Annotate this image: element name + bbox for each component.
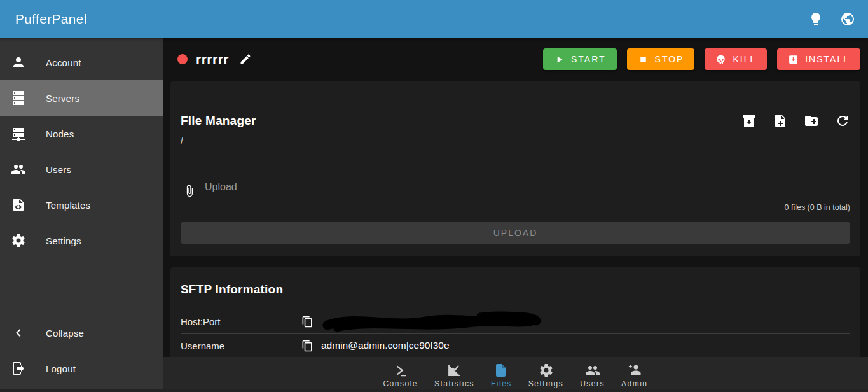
- admin-icon: [627, 363, 642, 378]
- app-title: PufferPanel: [15, 11, 87, 27]
- tab-label: Statistics: [434, 379, 474, 388]
- start-button[interactable]: START: [543, 48, 617, 70]
- sidebar-item-label: Logout: [46, 363, 76, 374]
- sidebar-item-label: Users: [46, 164, 71, 175]
- tab-statistics[interactable]: Statistics: [426, 361, 483, 388]
- redaction-scribble: [321, 311, 541, 332]
- sidebar-item-label: Templates: [46, 200, 90, 211]
- sftp-row-host: Host:Port: [181, 310, 850, 333]
- stop-icon: [638, 54, 649, 65]
- sidebar-item-nodes[interactable]: Nodes: [0, 116, 163, 151]
- new-file-icon[interactable]: [773, 113, 788, 129]
- install-button-label: INSTALL: [805, 54, 850, 64]
- tab-label: Settings: [528, 379, 563, 388]
- sidebar-item-label: Collapse: [46, 328, 84, 339]
- tab-users[interactable]: Users: [572, 361, 613, 388]
- file-manager-title: File Manager: [181, 114, 256, 128]
- install-button[interactable]: INSTALL: [777, 48, 860, 70]
- tab-settings[interactable]: Settings: [520, 361, 572, 388]
- app-header: PufferPanel: [0, 0, 868, 38]
- files-summary: 0 files (0 B in total): [181, 203, 850, 212]
- tab-label: Users: [580, 379, 605, 388]
- copy-icon[interactable]: [301, 340, 313, 352]
- template-icon: [11, 197, 26, 213]
- sftp-row-username: Username admin@admin.com|ce90f30e: [181, 333, 850, 357]
- files-icon: [493, 363, 509, 378]
- server-name: rrrrrr: [196, 52, 229, 67]
- stop-button-label: STOP: [655, 54, 684, 64]
- main-content: rrrrrr START STOP KILL INSTALL File Mana…: [163, 38, 868, 392]
- globe-icon[interactable]: [840, 11, 855, 27]
- sidebar-collapse-button[interactable]: Collapse: [0, 315, 163, 351]
- tab-label: Console: [383, 379, 418, 388]
- sftp-username-value: admin@admin.com|ce90f30e: [321, 340, 450, 351]
- refresh-icon[interactable]: [835, 113, 850, 129]
- sidebar-logout-button[interactable]: Logout: [0, 351, 163, 386]
- sidebar: Account Servers Nodes Users Templates Se…: [0, 38, 163, 392]
- edit-server-name-icon[interactable]: [239, 53, 252, 66]
- sidebar-item-users[interactable]: Users: [0, 151, 163, 187]
- tab-files[interactable]: Files: [483, 361, 520, 388]
- sidebar-item-label: Servers: [46, 93, 79, 104]
- server-tabbar: Console Statistics Files Settings Users …: [163, 357, 868, 392]
- server-header: rrrrrr START STOP KILL INSTALL: [163, 38, 868, 71]
- play-icon: [554, 54, 565, 65]
- users-icon: [11, 162, 26, 177]
- users-icon: [585, 363, 600, 378]
- sidebar-item-templates[interactable]: Templates: [0, 187, 163, 223]
- upload-input[interactable]: [204, 179, 850, 199]
- servers-icon: [11, 90, 26, 106]
- sftp-username-label: Username: [181, 340, 301, 351]
- new-folder-icon[interactable]: [804, 113, 819, 129]
- sftp-title: SFTP Information: [181, 283, 850, 297]
- start-button-label: START: [571, 54, 606, 64]
- paperclip-icon: [183, 184, 196, 198]
- install-icon: [788, 54, 799, 65]
- settings-icon: [11, 233, 26, 248]
- upload-button[interactable]: UPLOAD: [181, 222, 850, 244]
- sidebar-item-label: Nodes: [46, 129, 74, 139]
- logout-icon: [11, 361, 26, 376]
- account-icon: [11, 55, 26, 70]
- settings-icon: [539, 363, 554, 378]
- stop-button[interactable]: STOP: [627, 48, 695, 70]
- skull-icon: [715, 54, 726, 65]
- sidebar-item-account[interactable]: Account: [0, 45, 163, 80]
- file-manager-card: File Manager / 0 files (0 B in total) UP…: [170, 81, 860, 256]
- kill-button[interactable]: KILL: [705, 48, 767, 70]
- copy-icon[interactable]: [301, 316, 313, 328]
- tab-admin[interactable]: Admin: [613, 361, 656, 388]
- sidebar-item-servers[interactable]: Servers: [0, 80, 163, 116]
- download-archive-icon[interactable]: [741, 113, 757, 129]
- tab-console[interactable]: Console: [375, 361, 426, 388]
- sftp-host-label: Host:Port: [181, 316, 301, 327]
- sidebar-item-label: Settings: [46, 235, 81, 246]
- current-path[interactable]: /: [181, 136, 850, 146]
- sidebar-item-settings[interactable]: Settings: [0, 223, 163, 258]
- server-status-dot: [177, 54, 188, 64]
- statistics-icon: [446, 363, 462, 378]
- tab-label: Admin: [621, 379, 648, 388]
- lightbulb-icon[interactable]: [808, 11, 823, 27]
- kill-button-label: KILL: [733, 54, 756, 64]
- nodes-icon: [11, 126, 26, 141]
- tab-label: Files: [491, 379, 512, 388]
- collapse-icon: [11, 325, 26, 340]
- sftp-card: SFTP Information Host:Port Username admi…: [170, 267, 860, 369]
- console-icon: [393, 363, 408, 378]
- sidebar-item-label: Account: [46, 57, 81, 68]
- bottom-edge: [0, 389, 868, 392]
